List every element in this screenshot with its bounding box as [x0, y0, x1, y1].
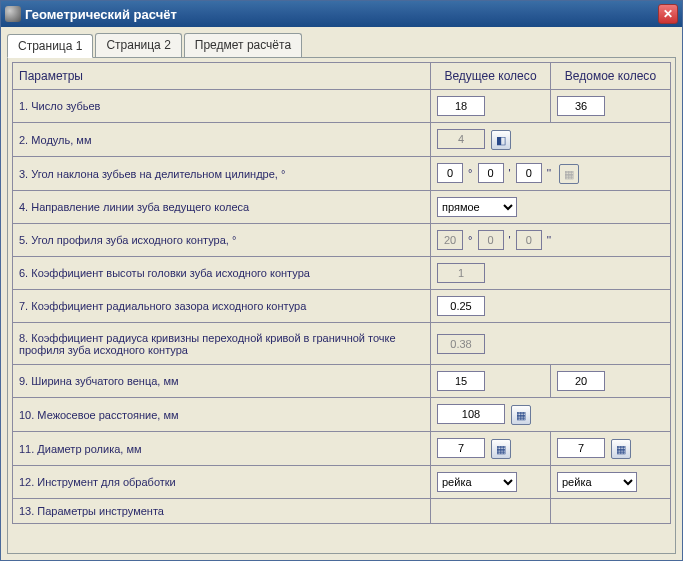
tab-page2[interactable]: Страница 2	[95, 33, 181, 57]
teeth-driven-input[interactable]	[557, 96, 605, 116]
helix-deg-input[interactable]	[437, 163, 463, 183]
profile-sec-input	[516, 230, 542, 250]
row-module: 2. Модуль, мм	[13, 123, 671, 157]
minute-symbol: '	[509, 167, 511, 179]
second-symbol: ''	[547, 234, 551, 246]
label-roller-diameter: 11. Диаметр ролика, мм	[13, 432, 431, 466]
tabstrip: Страница 1 Страница 2 Предмет расчёта	[1, 27, 682, 57]
label-profile-angle: 5. Угол профиля зуба исходного контура, …	[13, 224, 431, 257]
width-driving-input[interactable]	[437, 371, 485, 391]
calculator-icon[interactable]	[611, 439, 631, 459]
parameters-table: Параметры Ведущее колесо Ведомое колесо …	[12, 62, 671, 524]
profile-min-input	[478, 230, 504, 250]
tool-params-driven	[551, 499, 671, 524]
fillet-input	[437, 334, 485, 354]
tool-driving-select[interactable]: рейка	[437, 472, 517, 492]
label-tool: 12. Инструмент для обработки	[13, 466, 431, 499]
label-face-width: 9. Ширина зубчатого венца, мм	[13, 365, 431, 398]
row-clearance-coef: 7. Коэффициент радиального зазора исходн…	[13, 290, 671, 323]
tab-subject[interactable]: Предмет расчёта	[184, 33, 302, 57]
calc-icon	[559, 164, 579, 184]
center-distance-input[interactable]	[437, 404, 505, 424]
helix-min-input[interactable]	[478, 163, 504, 183]
label-center-distance: 10. Межосевое расстояние, мм	[13, 398, 431, 432]
teeth-driving-input[interactable]	[437, 96, 485, 116]
label-tooth-direction: 4. Направление линии зуба ведущего колес…	[13, 191, 431, 224]
module-input	[437, 129, 485, 149]
roller-driven-input[interactable]	[557, 438, 605, 458]
content-panel: Параметры Ведущее колесо Ведомое колесо …	[7, 57, 676, 554]
label-addendum-coef: 6. Коэффициент высоты головки зуба исход…	[13, 257, 431, 290]
close-button[interactable]: ✕	[658, 4, 678, 24]
row-center-distance: 10. Межосевое расстояние, мм	[13, 398, 671, 432]
row-face-width: 9. Ширина зубчатого венца, мм	[13, 365, 671, 398]
header-parameters: Параметры	[13, 63, 431, 90]
row-tooth-direction: 4. Направление линии зуба ведущего колес…	[13, 191, 671, 224]
row-tool: 12. Инструмент для обработки рейка рейка	[13, 466, 671, 499]
label-helix-angle: 3. Угол наклона зубьев на делительном ци…	[13, 157, 431, 191]
dialog-window: Геометрический расчёт ✕ Страница 1 Стран…	[0, 0, 683, 561]
roller-driving-input[interactable]	[437, 438, 485, 458]
titlebar: Геометрический расчёт ✕	[1, 1, 682, 27]
label-module: 2. Модуль, мм	[13, 123, 431, 157]
second-symbol: ''	[547, 167, 551, 179]
tool-driven-select[interactable]: рейка	[557, 472, 637, 492]
width-driven-input[interactable]	[557, 371, 605, 391]
eraser-icon[interactable]	[491, 130, 511, 150]
row-profile-angle: 5. Угол профиля зуба исходного контура, …	[13, 224, 671, 257]
row-teeth-count: 1. Число зубьев	[13, 90, 671, 123]
degree-symbol: °	[468, 167, 472, 179]
tool-params-driving	[431, 499, 551, 524]
minute-symbol: '	[509, 234, 511, 246]
header-driving-gear: Ведущее колесо	[431, 63, 551, 90]
tooth-direction-select[interactable]: прямое	[437, 197, 517, 217]
row-tool-params: 13. Параметры инструмента	[13, 499, 671, 524]
row-helix-angle: 3. Угол наклона зубьев на делительном ци…	[13, 157, 671, 191]
header-driven-gear: Ведомое колесо	[551, 63, 671, 90]
calculator-icon[interactable]	[491, 439, 511, 459]
calculator-icon[interactable]	[511, 405, 531, 425]
label-clearance-coef: 7. Коэффициент радиального зазора исходн…	[13, 290, 431, 323]
row-roller-diameter: 11. Диаметр ролика, мм	[13, 432, 671, 466]
window-title: Геометрический расчёт	[25, 7, 658, 22]
profile-deg-input	[437, 230, 463, 250]
label-tool-params: 13. Параметры инструмента	[13, 499, 431, 524]
tab-page1[interactable]: Страница 1	[7, 34, 93, 58]
app-icon	[5, 6, 21, 22]
clearance-input[interactable]	[437, 296, 485, 316]
row-fillet-radius: 8. Коэффициент радиуса кривизны переходн…	[13, 323, 671, 365]
degree-symbol: °	[468, 234, 472, 246]
label-teeth-count: 1. Число зубьев	[13, 90, 431, 123]
row-addendum-coef: 6. Коэффициент высоты головки зуба исход…	[13, 257, 671, 290]
addendum-input	[437, 263, 485, 283]
helix-sec-input[interactable]	[516, 163, 542, 183]
label-fillet-radius: 8. Коэффициент радиуса кривизны переходн…	[13, 323, 431, 365]
